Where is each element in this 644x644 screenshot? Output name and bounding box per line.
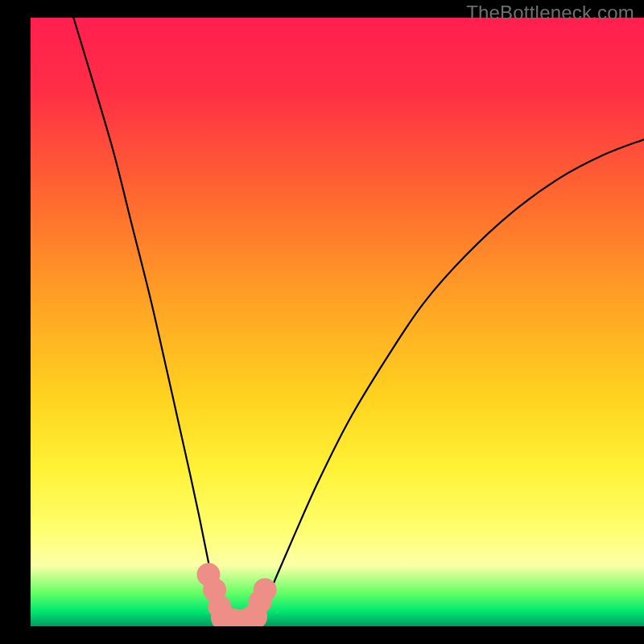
plot-background (31, 18, 644, 626)
marker-dot (254, 578, 277, 601)
watermark-text: TheBottleneck.com (466, 2, 634, 24)
chart-frame: TheBottleneck.com (0, 0, 644, 644)
bottleneck-chart (0, 0, 644, 644)
